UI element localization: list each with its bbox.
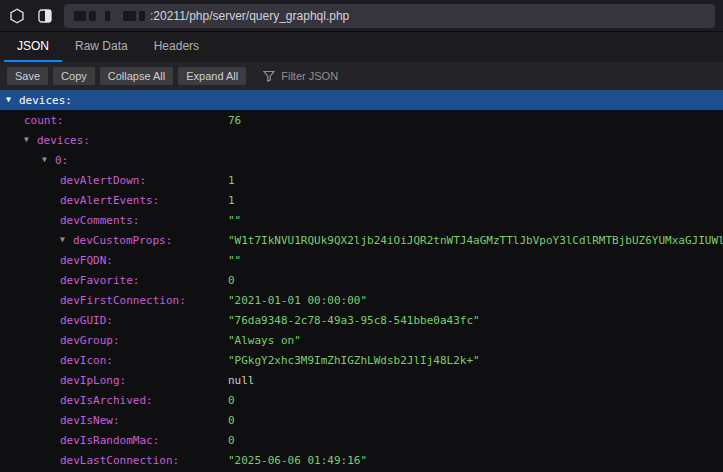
json-value: 0 (228, 274, 235, 287)
json-value: 1 (228, 174, 235, 187)
save-button[interactable]: Save (7, 67, 48, 85)
tree-row[interactable]: devIsArchived: 0 (0, 390, 723, 410)
tree-row[interactable]: devGroup: "Always on" (0, 330, 723, 350)
json-key: devices: (19, 94, 72, 107)
json-key: devGroup: (60, 334, 120, 347)
tree-row[interactable]: devIpLong: null (0, 370, 723, 390)
indent-spacer (0, 300, 60, 301)
key-column: devIpLong: (0, 374, 228, 387)
indent-spacer (0, 400, 60, 401)
tab-headers[interactable]: Headers (141, 32, 212, 62)
key-column: devFQDN: (0, 254, 228, 267)
json-key: devices: (37, 134, 90, 147)
indent-spacer (0, 220, 60, 221)
filter-box (263, 70, 391, 82)
filter-funnel-icon (263, 70, 275, 82)
tree-row[interactable]: devFirstConnection: "2021-01-01 00:00:00… (0, 290, 723, 310)
tree-row[interactable]: ▼ devices: (0, 130, 723, 150)
json-key: devAlertDown: (60, 174, 146, 187)
url-bar[interactable]: :20211/php/server/query_graphql.php (64, 4, 715, 28)
json-value: "PGkgY2xhc3M9ImZhIGZhLWdsb2JlIj48L2k+" (228, 354, 480, 367)
copy-button[interactable]: Copy (53, 67, 95, 85)
tree-row[interactable]: devIcon: "PGkgY2xhc3M9ImZhIGZhLWdsb2JlIj… (0, 350, 723, 370)
json-key: devFavorite: (60, 274, 139, 287)
json-toolbar: Save Copy Collapse All Expand All (0, 62, 723, 90)
json-key: devIsNew: (60, 414, 120, 427)
indent-spacer (0, 200, 60, 201)
key-column: devLastConnection: (0, 454, 228, 467)
tree-row[interactable]: devFQDN: "" (0, 250, 723, 270)
json-value: "" (228, 254, 241, 267)
collapse-all-button[interactable]: Collapse All (100, 67, 173, 85)
indent-spacer (0, 440, 60, 441)
extension-icon[interactable] (36, 7, 54, 25)
expand-arrow-icon[interactable]: ▼ (6, 90, 19, 110)
tree-row[interactable]: ▼ 0: (0, 150, 723, 170)
json-key: devIcon: (60, 354, 113, 367)
key-column: count: (0, 114, 228, 127)
tab-json[interactable]: JSON (4, 32, 62, 62)
json-value: 1 (228, 194, 235, 207)
key-column: ▼ 0: (0, 150, 228, 170)
expand-arrow-icon[interactable]: ▼ (42, 150, 55, 170)
tree-row[interactable]: devGUID: "76da9348-2c78-49a3-95c8-541bbe… (0, 310, 723, 330)
indent-spacer (0, 180, 60, 181)
json-key: devIpLong: (60, 374, 126, 387)
json-key: devIsArchived: (60, 394, 153, 407)
indent-spacer (0, 240, 60, 241)
indent-spacer (0, 260, 60, 261)
json-value: "2021-01-01 00:00:00" (228, 294, 367, 307)
json-tree: ▼ devices: count: 76 ▼ devices: ▼ 0: dev… (0, 90, 723, 470)
redacted-host-block (74, 11, 86, 21)
tree-row[interactable]: ▼ devCustomProps: "W1t7IkNVU1RQUk9QX2ljb… (0, 230, 723, 250)
tree-row[interactable]: count: 76 (0, 110, 723, 130)
filter-json-input[interactable] (281, 70, 391, 82)
shield-hexagon-icon[interactable] (8, 7, 26, 25)
json-key: count: (24, 114, 64, 127)
key-column: devFavorite: (0, 274, 228, 287)
indent-spacer (0, 340, 60, 341)
json-value: 0 (228, 434, 235, 447)
indent-spacer (0, 380, 60, 381)
browser-chrome: :20211/php/server/query_graphql.php (0, 0, 723, 32)
json-key: devFQDN: (60, 254, 113, 267)
key-column: ▼ devCustomProps: (0, 230, 228, 250)
json-value: "76da9348-2c78-49a3-95c8-541bbe0a43fc" (228, 314, 480, 327)
key-column: devComments: (0, 214, 228, 227)
json-key: devCustomProps: (73, 234, 172, 247)
redacted-host-block (123, 11, 136, 21)
key-column: devIsArchived: (0, 394, 228, 407)
key-column: devIcon: (0, 354, 228, 367)
json-key: devIsRandomMac: (60, 434, 159, 447)
tree-row[interactable]: devFavorite: 0 (0, 270, 723, 290)
tree-row[interactable]: devLastConnection: "2025-06-06 01:49:16" (0, 450, 723, 470)
tree-row[interactable]: devAlertDown: 1 (0, 170, 723, 190)
json-value: 0 (228, 394, 235, 407)
json-key: devFirstConnection: (60, 294, 186, 307)
json-key: devAlertEvents: (60, 194, 159, 207)
expand-all-button[interactable]: Expand All (178, 67, 246, 85)
key-column: devIsRandomMac: (0, 434, 228, 447)
json-value: "W1t7IkNVU1RQUk9QX2ljb24iOiJQR2tnWTJ4aGM… (228, 234, 723, 247)
tab-raw-data[interactable]: Raw Data (62, 32, 141, 62)
tree-row[interactable]: devAlertEvents: 1 (0, 190, 723, 210)
indent-spacer (0, 160, 42, 161)
redacted-host-block (89, 11, 96, 21)
indent-spacer (0, 320, 60, 321)
tree-row[interactable]: devIsRandomMac: 0 (0, 430, 723, 450)
indent-spacer (0, 360, 60, 361)
url-text: :20211/php/server/query_graphql.php (150, 9, 349, 23)
json-value: "" (228, 214, 241, 227)
key-column: devIsNew: (0, 414, 228, 427)
expand-arrow-icon[interactable]: ▼ (24, 130, 37, 150)
tree-row[interactable]: devIsNew: 0 (0, 410, 723, 430)
viewer-tabs: JSON Raw Data Headers (0, 32, 723, 62)
redacted-host-block (105, 11, 110, 21)
key-column: devGroup: (0, 334, 228, 347)
tree-row[interactable]: devComments: "" (0, 210, 723, 230)
tree-row[interactable]: ▼ devices: (0, 90, 723, 110)
json-value: "2025-06-06 01:49:16" (228, 454, 367, 467)
indent-spacer (0, 460, 60, 461)
json-value: 0 (228, 414, 235, 427)
expand-arrow-icon[interactable]: ▼ (60, 230, 73, 250)
